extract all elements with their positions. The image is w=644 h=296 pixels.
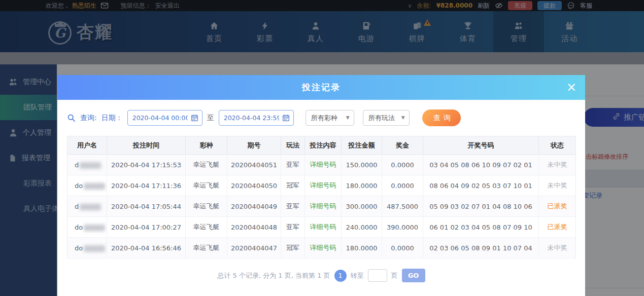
cell-play-type: 冠军 — [281, 238, 305, 258]
blurred-username — [84, 225, 105, 231]
table-row: d 2020-04-04 17:05:44 幸运飞艇 20200404049 亚… — [67, 196, 576, 217]
cell-prize: 0.0000 — [382, 238, 423, 258]
table-row: d 2020-04-04 17:15:53 幸运飞艇 20200404051 亚… — [67, 155, 576, 175]
cell-username: d — [67, 155, 107, 175]
cell-issue-number: 20200404050 — [227, 175, 281, 196]
column-header: 用户名 — [67, 136, 107, 155]
page-unit-label: 页 — [391, 271, 398, 280]
cell-issue-number: 20200404047 — [227, 238, 281, 258]
cell-lottery-type: 幸运飞艇 — [186, 238, 227, 258]
lottery-type-select[interactable]: 所有彩种 ▼ — [306, 110, 354, 126]
cell-prize: 390.0000 — [382, 217, 423, 238]
date-to-input[interactable] — [219, 110, 279, 125]
current-page-button[interactable]: 1 — [334, 270, 347, 282]
cell-lottery-type: 幸运飞艇 — [186, 196, 227, 217]
to-label: 至 — [207, 114, 214, 123]
cell-bet-time: 2020-04-04 17:11:36 — [107, 175, 186, 196]
cell-play-type: 亚军 — [281, 196, 305, 217]
bet-records-modal: 投注记录 × 查询: 日期： 至 所有彩种 ▼ 所有玩法 ▼ — [57, 75, 585, 296]
search-button[interactable]: 查询 — [422, 109, 461, 126]
cell-lottery-type: 幸运飞艇 — [186, 217, 227, 238]
status-badge: 未中奖 — [539, 238, 576, 258]
cell-bet-amount: 240.0000 — [342, 217, 382, 238]
calendar-icon[interactable] — [282, 114, 290, 124]
cell-bet-content-link[interactable]: 详细号码 — [305, 217, 342, 238]
cell-draw-numbers: 08 06 04 09 02 05 03 07 10 01 — [423, 175, 539, 196]
blurred-username — [84, 183, 105, 190]
cell-username: d — [67, 196, 107, 217]
date-label: 日期： — [101, 114, 123, 123]
column-header: 投注时间 — [107, 136, 186, 155]
cell-prize: 0.0000 — [382, 155, 423, 175]
status-badge: 已派奖 — [539, 217, 576, 238]
query-label: 查询: — [80, 114, 97, 123]
cell-draw-numbers: 05 09 03 02 07 01 04 08 10 06 — [423, 196, 539, 217]
table-row: do 2020-04-04 17:00:27 幸运飞艇 20200404048 … — [67, 217, 576, 238]
cell-lottery-type: 幸运飞艇 — [186, 175, 227, 196]
blurred-username — [84, 245, 105, 252]
select-arrow-icon: ▼ — [401, 115, 405, 120]
modal-title: 投注记录 — [302, 82, 341, 93]
date-from-input[interactable] — [128, 110, 188, 125]
table-row: do 2020-04-04 17:11:36 幸运飞艇 20200404050 … — [67, 175, 576, 196]
cell-play-type: 亚军 — [281, 217, 305, 238]
column-header: 投注内容 — [305, 136, 342, 155]
cell-play-type: 冠军 — [281, 175, 305, 196]
cell-bet-content-link[interactable]: 详细号码 — [305, 196, 342, 217]
pagination-bar: 总计 5 个记录, 分为 1 页, 当前第 1 页 1 转至 页 GO — [57, 269, 585, 282]
column-header: 投注金额 — [342, 136, 382, 155]
column-header: 状态 — [539, 136, 576, 155]
goto-label: 转至 — [351, 271, 364, 280]
cell-username: do — [67, 217, 107, 238]
blurred-username — [80, 162, 101, 169]
date-from-field — [127, 110, 202, 126]
cell-draw-numbers: 03 04 05 08 06 10 09 07 02 01 — [423, 155, 539, 175]
cell-draw-numbers: 02 03 06 05 08 09 01 10 07 04 — [423, 238, 539, 258]
cell-bet-time: 2020-04-04 17:15:53 — [107, 155, 186, 175]
cell-prize: 0.0000 — [382, 175, 423, 196]
cell-bet-amount: 300.0000 — [342, 196, 382, 217]
cell-issue-number: 20200404049 — [227, 196, 281, 217]
column-header: 期号 — [227, 136, 281, 155]
pagination-summary: 总计 5 个记录, 分为 1 页, 当前第 1 页 — [217, 271, 330, 280]
play-type-select[interactable]: 所有玩法 ▼ — [363, 110, 410, 126]
cell-bet-time: 2020-04-04 17:00:27 — [107, 217, 186, 238]
close-icon[interactable]: × — [564, 80, 579, 95]
cell-bet-amount: 180.0000 — [342, 238, 382, 258]
calendar-icon[interactable] — [191, 114, 198, 124]
search-icon — [67, 114, 76, 122]
date-to-field — [219, 110, 294, 126]
cell-play-type: 亚军 — [281, 155, 305, 175]
status-badge: 未中奖 — [539, 175, 576, 196]
cell-bet-time: 2020-04-04 17:05:44 — [107, 196, 186, 217]
cell-draw-numbers: 06 01 02 03 04 05 08 07 09 10 — [423, 217, 539, 238]
cell-bet-content-link[interactable]: 详细号码 — [305, 155, 342, 175]
column-header: 玩法 — [281, 136, 305, 155]
go-button[interactable]: GO — [402, 269, 425, 282]
cell-lottery-type: 幸运飞艇 — [186, 155, 227, 175]
page: 欢迎您 , 熟悉陌生 预留信息： 安全退出 ∨ 余额: ¥828.0000 刷新… — [0, 0, 644, 296]
blurred-username — [80, 204, 101, 210]
column-header: 奖金 — [382, 136, 423, 155]
modal-header: 投注记录 × — [57, 75, 585, 100]
cell-issue-number: 20200404048 — [227, 217, 281, 238]
cell-username: do — [67, 238, 107, 258]
table-header-row: 用户名投注时间彩种期号玩法投注内容投注金额奖金开奖号码状态 — [67, 136, 576, 155]
cell-bet-content-link[interactable]: 详细号码 — [305, 238, 342, 258]
cell-bet-amount: 150.0000 — [342, 155, 382, 175]
status-badge: 未中奖 — [539, 155, 576, 175]
cell-username: do — [67, 175, 107, 196]
goto-page-input[interactable] — [368, 269, 387, 282]
cell-prize: 487.5000 — [382, 196, 423, 217]
column-header: 开奖号码 — [423, 136, 539, 155]
column-header: 彩种 — [186, 136, 227, 155]
select-arrow-icon: ▼ — [346, 115, 350, 120]
status-badge: 已派奖 — [539, 196, 576, 217]
cell-bet-time: 2020-04-04 16:56:46 — [107, 238, 186, 258]
cell-bet-amount: 180.0000 — [342, 175, 382, 196]
query-toolbar: 查询: 日期： 至 所有彩种 ▼ 所有玩法 ▼ 查询 — [67, 109, 585, 126]
cell-bet-content-link[interactable]: 详细号码 — [305, 175, 342, 196]
bet-records-table: 用户名投注时间彩种期号玩法投注内容投注金额奖金开奖号码状态 d 2020-04-… — [67, 136, 576, 258]
bet-table-body: d 2020-04-04 17:15:53 幸运飞艇 20200404051 亚… — [67, 155, 576, 258]
table-row: do 2020-04-04 16:56:46 幸运飞艇 20200404047 … — [67, 238, 576, 258]
